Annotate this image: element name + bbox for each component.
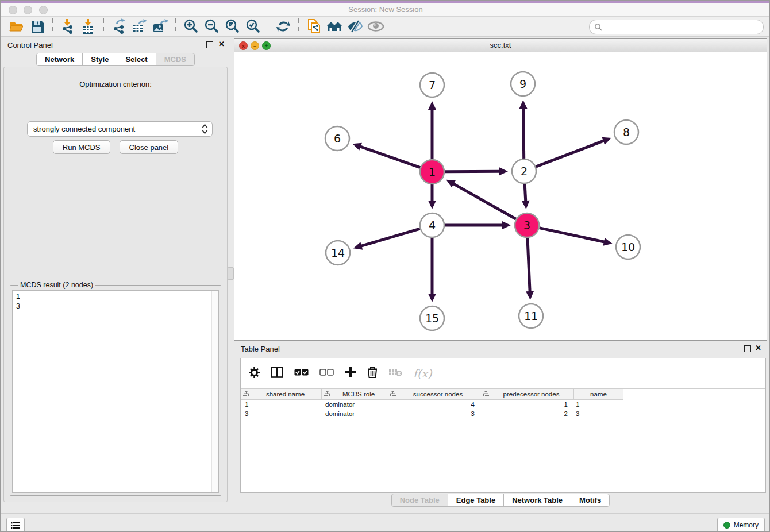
memory-button[interactable]: Memory [717, 518, 765, 532]
svg-text:8: 8 [623, 126, 630, 138]
table-cell[interactable]: 1 [241, 400, 321, 409]
tab-select[interactable]: Select [117, 53, 156, 66]
table-cell[interactable]: 3 [241, 409, 321, 418]
network-canvas[interactable]: 7968124314101511 [234, 52, 767, 340]
tab-network[interactable]: Network [36, 53, 83, 66]
control-panel-title: Control Panel [7, 41, 53, 49]
graph-node-15[interactable]: 15 [420, 306, 444, 330]
table-cell[interactable]: 2 [479, 409, 572, 418]
close-panel-button[interactable]: Close panel [120, 140, 179, 154]
toggle-panel-icon[interactable] [271, 367, 283, 380]
tab-edge-table[interactable]: Edge Table [448, 494, 504, 507]
edge-arrowhead [502, 221, 511, 229]
svg-text:15: 15 [425, 312, 439, 325]
table-cell[interactable]: 1 [479, 400, 572, 409]
svg-text:14: 14 [331, 246, 345, 259]
graph-node-1[interactable]: 1 [420, 160, 444, 184]
zoom-out-icon[interactable] [203, 18, 220, 34]
toolbar-separator [175, 18, 176, 34]
zoom-fit-icon[interactable] [224, 18, 241, 34]
float-window-icon[interactable] [206, 41, 213, 48]
table-cell[interactable]: 4 [386, 400, 479, 409]
column-header-predecessor-nodes[interactable]: predecessor nodes [480, 389, 574, 400]
add-column-icon[interactable] [345, 367, 356, 380]
memory-label: Memory [734, 521, 759, 529]
graph-node-8[interactable]: 8 [614, 120, 638, 144]
vertical-splitter-handle[interactable] [228, 267, 234, 280]
mcds-result-list[interactable]: 13 [12, 290, 219, 493]
settings-gear-icon[interactable] [249, 367, 260, 380]
graph-node-3[interactable]: 3 [515, 213, 539, 237]
duplicate-network-icon[interactable] [305, 18, 322, 34]
table-row[interactable]: 3dominator323 [241, 409, 765, 418]
close-panel-icon[interactable]: ✕ [755, 344, 761, 352]
tab-style[interactable]: Style [82, 53, 117, 66]
edge-1-6[interactable] [359, 146, 420, 168]
table-cell[interactable]: dominator [321, 400, 386, 409]
column-header-MCDS-role[interactable]: MCDS role [322, 389, 387, 400]
zoom-in-icon[interactable] [182, 18, 199, 34]
graph-node-11[interactable]: 11 [519, 304, 543, 328]
edge-4-14[interactable] [359, 229, 419, 246]
graph-node-10[interactable]: 10 [616, 235, 640, 259]
edge-arrowhead [353, 242, 363, 249]
deselect-all-icon[interactable] [319, 368, 334, 379]
table-cell[interactable]: 3 [572, 409, 621, 418]
column-header-name[interactable]: name [574, 389, 623, 400]
edge-1-2[interactable] [445, 171, 502, 172]
apply-layout-icon[interactable] [275, 18, 292, 34]
show-all-icon[interactable] [367, 18, 384, 34]
column-header-successor-nodes[interactable]: successor nodes [387, 389, 480, 400]
tab-mcds[interactable]: MCDS [156, 53, 195, 66]
delete-column-icon[interactable] [367, 367, 378, 380]
svg-text:6: 6 [334, 132, 341, 145]
export-image-icon[interactable] [152, 18, 169, 34]
criterion-dropdown[interactable]: strongly connected component [27, 121, 213, 137]
open-session-icon[interactable] [8, 18, 25, 34]
table-cell[interactable]: dominator [321, 409, 386, 418]
table-row[interactable]: 1dominator411 [241, 400, 765, 409]
graph-node-4[interactable]: 4 [420, 213, 444, 237]
table-cell[interactable]: 3 [386, 409, 479, 418]
network-window-titlebar[interactable]: x – + scc.txt [234, 39, 767, 52]
graph-node-9[interactable]: 9 [511, 72, 535, 96]
export-table-icon[interactable] [131, 18, 148, 34]
export-network-icon[interactable] [110, 18, 128, 34]
home-icon[interactable] [326, 18, 343, 34]
graph-node-14[interactable]: 14 [326, 241, 350, 265]
graph-node-2[interactable]: 2 [512, 159, 536, 183]
edge-arrowhead [428, 101, 436, 110]
edge-3-1[interactable] [452, 183, 516, 219]
edge-3-10[interactable] [540, 228, 606, 242]
svg-text:2: 2 [521, 165, 528, 178]
delete-table-icon [388, 368, 402, 379]
graph-node-6[interactable]: 6 [325, 126, 349, 151]
edge-2-3[interactable] [525, 184, 526, 203]
search-input[interactable] [605, 22, 763, 32]
svg-text:9: 9 [519, 78, 526, 90]
save-session-icon[interactable] [29, 18, 46, 34]
column-header-shared-name[interactable]: shared name [241, 389, 322, 400]
edge-2-8[interactable] [536, 140, 606, 167]
import-network-icon[interactable] [59, 18, 76, 34]
import-table-icon[interactable] [80, 18, 97, 34]
task-history-button[interactable] [6, 518, 25, 532]
graph-node-7[interactable]: 7 [420, 73, 444, 97]
node-table-container: f(x) shared nameMCDS rolesuccessor nodes… [240, 358, 766, 493]
tab-network-table[interactable]: Network Table [503, 494, 571, 507]
table-cell[interactable]: 1 [572, 400, 621, 409]
close-panel-icon[interactable]: ✕ [218, 40, 225, 48]
result-scrollbar[interactable] [211, 291, 218, 492]
tab-node-table[interactable]: Node Table [391, 494, 448, 507]
run-mcds-button[interactable]: Run MCDS [53, 140, 110, 154]
select-all-icon[interactable] [294, 368, 309, 379]
edge-arrowhead [519, 100, 528, 109]
search-box[interactable] [589, 20, 764, 34]
edge-3-11[interactable] [528, 238, 530, 294]
hide-selected-icon[interactable] [346, 18, 364, 34]
edge-2-9[interactable] [523, 106, 524, 159]
dropdown-stepper-icon [201, 123, 209, 137]
zoom-selected-icon[interactable] [244, 18, 261, 34]
tab-motifs[interactable]: Motifs [571, 494, 610, 507]
float-window-icon[interactable] [744, 345, 751, 352]
